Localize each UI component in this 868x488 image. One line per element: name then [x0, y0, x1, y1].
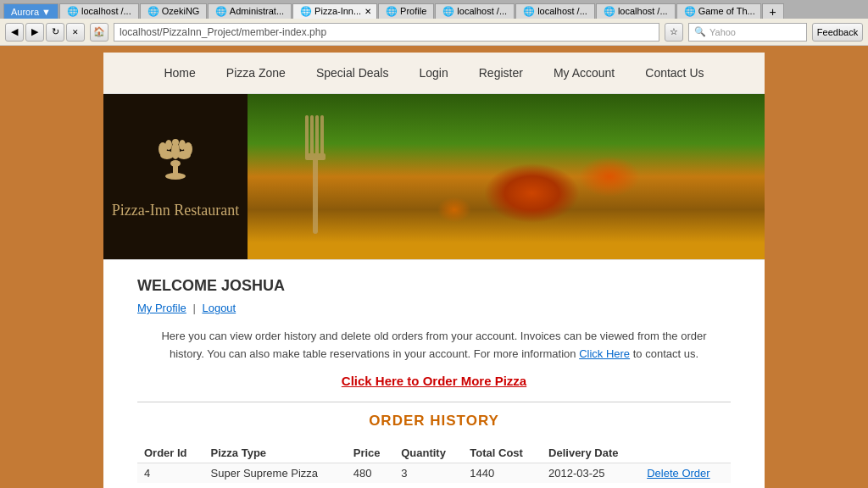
- search-bar[interactable]: 🔍 Yahoo: [688, 23, 807, 42]
- search-placeholder: Yahoo: [709, 27, 736, 37]
- col-quantity: Quantity: [394, 443, 463, 463]
- tab-new[interactable]: +: [762, 3, 784, 19]
- tab-2[interactable]: 🌐 OzekiNG: [140, 3, 208, 19]
- nav-home[interactable]: Home: [148, 53, 210, 93]
- hero-left: Pizza-Inn Restaurant: [103, 94, 248, 259]
- cell-order-id-2: 5: [137, 483, 204, 488]
- col-pizza-type: Pizza Type: [204, 443, 347, 463]
- browser-tabs: Aurora ▼ 🌐 localhost /... 🌐 OzekiNG 🌐 Ad…: [0, 0, 868, 19]
- col-total-cost: Total Cost: [463, 443, 542, 463]
- tab-7[interactable]: 🌐 localhost /...: [596, 3, 676, 19]
- table-header-row: Order Id Pizza Type Price Quantity Total…: [137, 443, 731, 463]
- refresh-button[interactable]: ↻: [46, 23, 64, 42]
- svg-rect-16: [305, 153, 326, 160]
- order-more-pizza-link[interactable]: Click Here to Order More Pizza: [137, 374, 731, 388]
- svg-point-8: [179, 140, 186, 150]
- tab-aurora[interactable]: Aurora ▼: [3, 3, 58, 19]
- click-here-link[interactable]: Click Here: [579, 347, 630, 360]
- svg-rect-15: [320, 115, 324, 158]
- cell-date-2: 2012-03-27: [542, 483, 640, 488]
- cell-action-1: Delete Order: [640, 463, 731, 483]
- col-delivery-date: Delivery Date: [542, 443, 640, 463]
- cell-date-1: 2012-03-25: [542, 463, 640, 483]
- feedback-button[interactable]: Feedback: [812, 23, 863, 42]
- nav-register[interactable]: Register: [464, 53, 538, 93]
- tab-1[interactable]: 🌐 localhost /...: [59, 3, 139, 19]
- table-row: 5 Super Supreme Pizza 480 1 480 2012-03-…: [137, 483, 731, 488]
- delete-order-1-link[interactable]: Delete Order: [647, 467, 709, 480]
- svg-rect-13: [310, 115, 314, 158]
- cell-pizza-type-1: Super Supreme Pizza: [204, 463, 347, 483]
- svg-rect-14: [315, 115, 319, 158]
- svg-point-10: [165, 173, 186, 180]
- back-button[interactable]: ◀: [5, 23, 24, 42]
- cell-order-id-1: 4: [137, 463, 204, 483]
- info-paragraph: Here you can view order history and dele…: [137, 328, 731, 363]
- site-content: Home Pizza Zone Special Deals Login Regi…: [103, 53, 765, 488]
- cell-price-1: 480: [347, 463, 394, 483]
- hero-right: [248, 94, 765, 259]
- browser-toolbar: ◀ ▶ ↻ ✕ 🏠 localhost/PizzaInn_Project/mem…: [0, 19, 868, 46]
- cell-price-2: 480: [347, 483, 394, 488]
- table-row: 4 Super Supreme Pizza 480 3 1440 2012-03…: [137, 463, 731, 483]
- site-wrapper: Home Pizza Zone Special Deals Login Regi…: [0, 46, 868, 488]
- main-content: WELCOME JOSHUA My Profile | Logout Here …: [103, 259, 765, 488]
- tab-5[interactable]: 🌐 localhost /...: [435, 3, 515, 19]
- welcome-heading: WELCOME JOSHUA: [137, 277, 731, 295]
- svg-point-7: [165, 140, 172, 150]
- tab-game[interactable]: 🌐 Game of Th...: [676, 3, 761, 19]
- svg-rect-11: [313, 158, 318, 234]
- tab-pizza-inn[interactable]: 🌐 Pizza-Inn... ✕: [292, 3, 377, 19]
- address-text: localhost/PizzaInn_Project/member-index.…: [120, 26, 326, 38]
- svg-point-9: [172, 139, 179, 146]
- link-separator: |: [192, 302, 195, 314]
- profile-links: My Profile | Logout: [137, 302, 731, 314]
- cell-quantity-2: 1: [394, 483, 463, 488]
- my-profile-link[interactable]: My Profile: [137, 302, 186, 314]
- nav-buttons: ◀ ▶ ↻ ✕: [5, 23, 85, 42]
- address-bar[interactable]: localhost/PizzaInn_Project/member-index.…: [114, 23, 659, 42]
- stop-button[interactable]: ✕: [66, 23, 85, 42]
- divider-1: [137, 402, 731, 402]
- svg-rect-12: [305, 115, 309, 158]
- tab-6[interactable]: 🌐 localhost /...: [515, 3, 595, 19]
- tab-3[interactable]: 🌐 Administrat...: [208, 3, 292, 19]
- nav-pizza-zone[interactable]: Pizza Zone: [211, 53, 301, 93]
- logout-link[interactable]: Logout: [202, 302, 236, 314]
- order-history-title: ORDER HISTORY: [137, 413, 731, 430]
- nav-login[interactable]: Login: [403, 53, 463, 93]
- info-text-end: to contact us.: [633, 347, 698, 360]
- home-button[interactable]: 🏠: [90, 23, 108, 42]
- star-icon[interactable]: ☆: [665, 23, 683, 42]
- col-action: [640, 443, 731, 463]
- nav-special-deals[interactable]: Special Deals: [301, 53, 404, 93]
- col-price: Price: [347, 443, 394, 463]
- cell-total-1: 1440: [463, 463, 542, 483]
- hero-restaurant-name: Pizza-Inn Restaurant: [112, 202, 239, 219]
- cell-quantity-1: 3: [394, 463, 463, 483]
- hero-banner: Pizza-Inn Restaurant: [103, 94, 765, 259]
- main-nav: Home Pizza Zone Special Deals Login Regi…: [103, 53, 765, 94]
- tab-profile[interactable]: 🌐 Profile: [378, 3, 434, 19]
- nav-contact-us[interactable]: Contact Us: [630, 53, 719, 93]
- cell-pizza-type-2: Super Supreme Pizza: [204, 483, 347, 488]
- nav-my-account[interactable]: My Account: [538, 53, 630, 93]
- col-order-id: Order Id: [137, 443, 204, 463]
- order-history-table: Order Id Pizza Type Price Quantity Total…: [137, 443, 731, 488]
- browser-chrome: Aurora ▼ 🌐 localhost /... 🌐 OzekiNG 🌐 Ad…: [0, 0, 868, 46]
- forward-button[interactable]: ▶: [25, 23, 44, 42]
- cell-action-2: Delete Order: [640, 483, 731, 488]
- yahoo-icon: 🔍: [694, 26, 706, 37]
- cell-total-2: 480: [463, 483, 542, 488]
- restaurant-logo-icon: [150, 134, 201, 193]
- fork-icon: [290, 107, 341, 242]
